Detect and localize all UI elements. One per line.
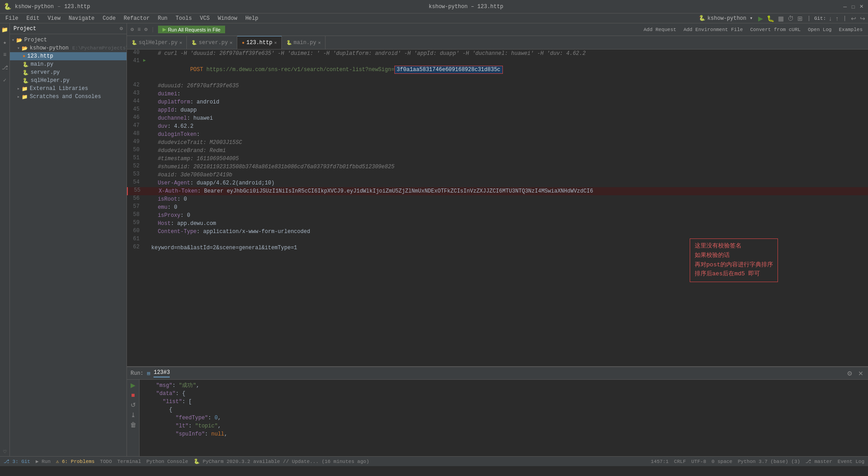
add-request-btn[interactable]: Add Request <box>642 26 678 33</box>
git-label: Git: <box>814 16 826 21</box>
status-line-col[interactable]: 1457:1 <box>651 459 669 464</box>
external-libs-icon: 📁 <box>22 86 28 92</box>
maximize-button[interactable]: □ <box>850 4 856 10</box>
tab-serverpy[interactable]: 🐍 server.py ✕ <box>187 36 237 49</box>
add-env-file-btn[interactable]: Add Environment File <box>682 26 745 33</box>
code-editor[interactable]: 这里没有校验签名 如果校验的话 再对post的内容进行字典排序 排序后aes后在… <box>127 49 868 366</box>
tab-mainpy-label: main.py <box>294 40 316 46</box>
tree-file-sqlhelperpy[interactable]: 🐍 sqlHelper.py <box>10 76 127 85</box>
console-stop-btn[interactable]: ■ <box>130 391 136 399</box>
line-num-53: 53 <box>127 171 143 177</box>
run-config-name: kshow-python ▾ <box>707 15 753 22</box>
header-duimei: duimei <box>158 91 177 97</box>
tab-123http-close[interactable]: ✕ <box>274 40 277 45</box>
undo-button[interactable]: ↩ <box>850 15 857 22</box>
tab-sqlhelperpy-close[interactable]: ✕ <box>179 40 182 45</box>
panel-gear-icon[interactable]: ⚙ <box>120 25 123 32</box>
panel-header: Project ⚙ <box>10 23 127 34</box>
status-branch[interactable]: ⎇ master <box>805 458 832 464</box>
tab-123http[interactable]: ● 123.http ✕ <box>237 36 282 49</box>
post-keyword: POST <box>190 67 206 73</box>
status-problems[interactable]: ⚠ 6: Problems <box>56 458 95 464</box>
tree-project-root[interactable]: ▾ 📂 Project <box>10 36 127 44</box>
app-name: kshow-python <box>15 4 54 10</box>
tree-file-mainpy[interactable]: 🐍 main.py <box>10 60 127 68</box>
line-content-41: POST https://m.dewu.com/sns-rec/v1/searc… <box>149 58 868 82</box>
menu-refactor[interactable]: Refactor <box>120 14 154 22</box>
run-all-requests-button[interactable]: ▶ Run All Requests in File <box>158 26 225 33</box>
git-update-button[interactable]: ↓ <box>828 15 833 22</box>
tab-serverpy-close[interactable]: ✕ <box>230 40 232 45</box>
menu-code[interactable]: Code <box>99 14 119 22</box>
sidebar-structure-icon[interactable]: ≡ <box>0 50 9 59</box>
console-clear-btn[interactable]: 🗑 <box>129 421 137 428</box>
menu-run[interactable]: Run <box>154 14 171 22</box>
tab-mainpy[interactable]: 🐍 main.py ✕ <box>282 36 326 49</box>
tab-mainpy-close[interactable]: ✕ <box>318 40 321 45</box>
sidebar-bookmark-icon[interactable]: ★ <box>0 38 9 47</box>
line-content-42: #duuuid: 26f970aff39fe635 <box>149 82 868 90</box>
tree-file-serverpy[interactable]: 🐍 server.py <box>10 68 127 76</box>
header-useragent: User-Agent <box>158 180 190 186</box>
status-event-log[interactable]: Event Log <box>838 459 864 464</box>
status-git[interactable]: ⎇ 3: Git <box>4 458 30 464</box>
tree-scratches[interactable]: ▸ 📁 Scratches and Consoles <box>10 93 127 101</box>
tab-123http-label: 123.http <box>246 40 272 46</box>
sidebar-git-icon[interactable]: ⎇ <box>0 63 9 72</box>
tree-file-123http[interactable]: ● 123.http <box>10 52 127 60</box>
status-todo[interactable]: TODO <box>100 459 112 464</box>
status-python-console[interactable]: Python Console <box>146 459 188 464</box>
menu-navigate[interactable]: Navigate <box>65 14 98 22</box>
examples-btn[interactable]: Examples <box>837 26 864 33</box>
close-button[interactable]: ✕ <box>858 4 864 10</box>
menu-window[interactable]: Window <box>214 14 241 22</box>
menu-vcs[interactable]: VCS <box>196 14 213 22</box>
run-panel-close-btn[interactable]: ✕ <box>857 370 864 377</box>
concurrency-button[interactable]: ⊞ <box>796 15 804 22</box>
run-tab-123[interactable]: 123#3 <box>154 369 170 377</box>
run-panel-settings-btn[interactable]: ⚙ <box>846 370 854 377</box>
status-terminal[interactable]: Terminal <box>118 459 141 464</box>
line-content-56: isRoot: 0 <box>149 195 868 203</box>
annotation-line3: 再对post的内容进行字典排序 <box>695 260 773 270</box>
menu-help[interactable]: Help <box>242 14 262 22</box>
annotation-box: 这里没有校验签名 如果校验的话 再对post的内容进行字典排序 排序后aes后在… <box>690 238 778 282</box>
sidebar-commit-icon[interactable]: ✓ <box>0 76 9 85</box>
sidebar-project-icon[interactable]: 📁 <box>0 25 9 34</box>
tab-sqlhelperpy[interactable]: 🐍 sqlHelper.py ✕ <box>127 36 187 49</box>
open-log-btn[interactable]: Open Log <box>806 26 833 33</box>
file-mainpy-name: main.py <box>31 61 53 67</box>
tree-external-libs[interactable]: ▸ 📁 External Libraries <box>10 85 127 93</box>
status-run-link[interactable]: ▶ Run <box>36 458 50 464</box>
redo-button[interactable]: ↪ <box>859 15 866 22</box>
minimize-button[interactable]: ─ <box>842 4 848 10</box>
menu-view[interactable]: View <box>44 14 64 22</box>
status-python-version[interactable]: Python 3.7 (base) (3) <box>738 459 800 464</box>
run-button[interactable]: ▶ <box>757 15 764 22</box>
line-content-51: #timestamp: 1611069504005 <box>149 155 868 163</box>
editor-area: 这里没有校验签名 如果校验的话 再对post的内容进行字典排序 排序后aes后在… <box>127 49 868 366</box>
debug-button[interactable]: 🐛 <box>766 15 775 22</box>
post-url: https://m.dewu.com/sns-rec/v1/search/con… <box>206 67 394 73</box>
line-content-43: duimei: <box>149 90 868 98</box>
tree-kshow-python[interactable]: ▾ 📂 kshow-python E:\PycharmProjects\ksho… <box>10 44 127 52</box>
convert-from-curl-btn[interactable]: Convert from cURL <box>748 26 802 33</box>
line-num-51: 51 <box>127 155 143 161</box>
menu-file[interactable]: File <box>2 14 22 22</box>
console-rerun-btn[interactable]: ↺ <box>130 401 137 409</box>
menu-tools[interactable]: Tools <box>172 14 195 22</box>
status-indent[interactable]: 0 space <box>712 459 732 464</box>
status-line-ending[interactable]: CRLF <box>674 459 686 464</box>
sidebar-favorites-icon[interactable]: ♡ <box>0 447 9 456</box>
status-encoding[interactable]: UTF-8 <box>692 459 706 464</box>
coverage-button[interactable]: ▦ <box>777 15 785 22</box>
profile-button[interactable]: ⏱ <box>787 15 795 22</box>
line-run-btn-41[interactable]: ▶ <box>143 58 149 63</box>
title-bar-left: 🐍 kshow-python – 123.http <box>4 3 90 10</box>
menu-edit[interactable]: Edit <box>23 14 43 22</box>
toolbar-icon2: ≡ <box>137 27 140 33</box>
console-scroll-btn[interactable]: ⤓ <box>130 411 137 418</box>
console-run-btn[interactable]: ▶ <box>130 382 136 389</box>
scratches-name: Scratches and Consoles <box>30 94 101 100</box>
git-push-button[interactable]: ↑ <box>835 15 840 22</box>
